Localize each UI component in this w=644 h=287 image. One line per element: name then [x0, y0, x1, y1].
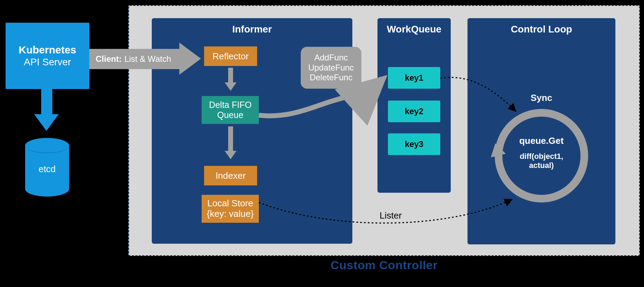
addfunc-label: AddFunc: [314, 53, 348, 63]
indexer-box: Indexer: [204, 166, 257, 185]
workqueue-title: WorkQueue: [377, 18, 451, 35]
diagram-canvas: Kubernetes API Server etcd Informer Clie…: [0, 0, 644, 287]
diff-line2: actual): [529, 161, 554, 170]
local-store-box: Local Store {key: value}: [202, 195, 259, 223]
arrow-apiserver-to-etcd-icon: [36, 89, 57, 131]
diff-line1: diff(object1,: [520, 152, 563, 161]
deletefunc-label: DeleteFunc: [310, 73, 353, 83]
kubernetes-title: Kubernetes: [18, 44, 76, 56]
workqueue-key1: key1: [388, 67, 440, 89]
lister-label: Lister: [380, 210, 402, 221]
updatefunc-label: UpdateFunc: [308, 63, 354, 73]
etcd-label: etcd: [25, 164, 69, 175]
sync-label: Sync: [467, 93, 615, 103]
callback-funcs-bubble: AddFunc UpdateFunc DeleteFunc: [301, 47, 361, 89]
delta-fifo-line2: Queue: [217, 110, 243, 120]
list-watch-arrow-icon: Client: List & Watch: [89, 45, 204, 73]
delta-fifo-queue-box: Delta FIFO Queue: [202, 96, 259, 124]
local-store-line1: Local Store: [207, 198, 253, 209]
workqueue-key2: key2: [388, 101, 440, 122]
queue-get-label: queue.Get: [502, 135, 581, 146]
delta-fifo-line1: Delta FIFO: [209, 100, 252, 110]
kubernetes-api-server-box: Kubernetes API Server: [6, 23, 89, 89]
list-watch-text: List & Watch: [125, 54, 171, 64]
informer-title: Informer: [152, 18, 352, 35]
custom-controller-caption: Custom Controller: [128, 258, 640, 272]
api-server-subtitle: API Server: [24, 57, 71, 68]
workqueue-key3: key3: [388, 133, 440, 155]
local-store-line2: {key: value}: [207, 209, 254, 219]
control-loop-title: Control Loop: [467, 18, 615, 35]
reflector-box: Reflector: [204, 46, 257, 66]
sync-text-block: queue.Get diff(object1, actual): [502, 135, 581, 170]
arrow-reflector-to-delta-icon: [228, 68, 234, 92]
etcd-cylinder: etcd: [25, 138, 69, 194]
arrow-delta-to-indexer-icon: [228, 126, 234, 161]
client-prefix: Client:: [96, 54, 122, 64]
